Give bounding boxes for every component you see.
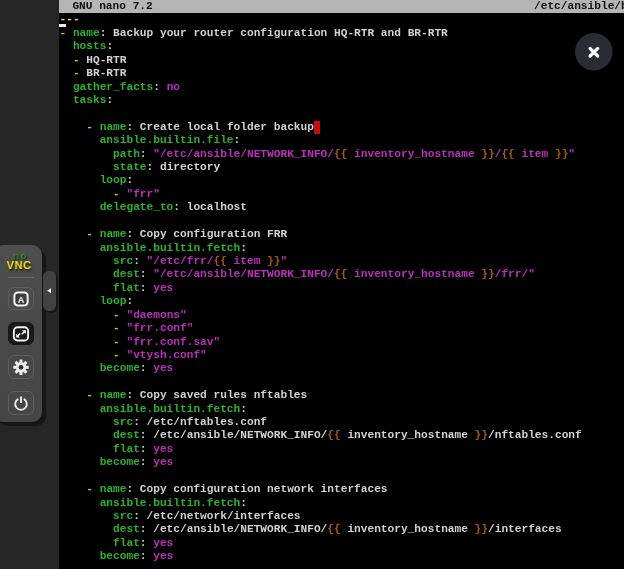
svg-text:A: A [18, 294, 25, 304]
